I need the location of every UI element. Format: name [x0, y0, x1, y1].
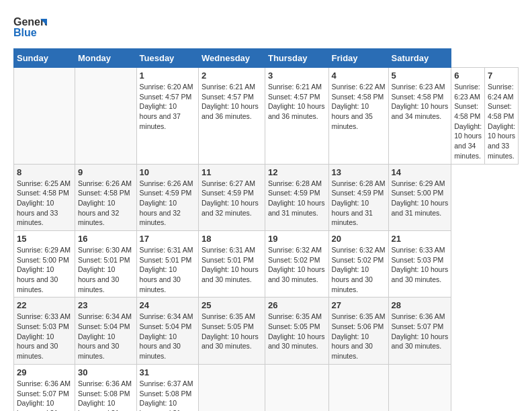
day-number: 18 [202, 234, 262, 244]
calendar-cell: 24 Sunrise: 6:34 AM Sunset: 5:04 PM Dayl… [136, 298, 198, 364]
weekday-header-row: SundayMondayTuesdayWednesdayThursdayFrid… [14, 49, 519, 68]
day-number: 15 [17, 234, 72, 244]
weekday-label: Wednesday [199, 49, 265, 68]
day-info: Sunrise: 6:34 AM Sunset: 5:04 PM Dayligh… [78, 312, 134, 361]
day-number: 25 [202, 300, 262, 310]
day-number: 12 [268, 167, 326, 177]
day-info: Sunrise: 6:35 AM Sunset: 5:05 PM Dayligh… [202, 312, 262, 351]
day-number: 19 [268, 234, 326, 244]
day-number: 24 [140, 300, 195, 310]
day-info: Sunrise: 6:28 AM Sunset: 4:59 PM Dayligh… [268, 179, 326, 218]
calendar-cell: 6 Sunrise: 6:23 AM Sunset: 4:58 PM Dayli… [451, 68, 485, 165]
day-info: Sunrise: 6:35 AM Sunset: 5:06 PM Dayligh… [332, 312, 386, 361]
day-number: 29 [17, 367, 72, 377]
day-info: Sunrise: 6:31 AM Sunset: 5:01 PM Dayligh… [202, 245, 262, 285]
weekday-label: Tuesday [136, 49, 198, 68]
day-number: 30 [78, 367, 134, 377]
calendar-cell: 16 Sunrise: 6:30 AM Sunset: 5:01 PM Dayl… [75, 230, 136, 297]
calendar-cell [328, 364, 388, 411]
day-info: Sunrise: 6:34 AM Sunset: 5:04 PM Dayligh… [140, 312, 195, 361]
day-info: Sunrise: 6:33 AM Sunset: 5:03 PM Dayligh… [17, 312, 72, 361]
calendar-cell: 8 Sunrise: 6:25 AM Sunset: 4:58 PM Dayli… [14, 164, 75, 230]
calendar-cell: 3 Sunrise: 6:21 AM Sunset: 4:57 PM Dayli… [265, 68, 328, 165]
weekday-label: Thursday [265, 49, 328, 68]
day-info: Sunrise: 6:29 AM Sunset: 5:00 PM Dayligh… [17, 245, 72, 294]
day-info: Sunrise: 6:33 AM Sunset: 5:03 PM Dayligh… [392, 245, 449, 285]
day-number: 4 [332, 71, 386, 81]
calendar-cell: 12 Sunrise: 6:28 AM Sunset: 4:59 PM Dayl… [265, 164, 328, 230]
day-number: 13 [332, 167, 386, 177]
day-number: 14 [392, 167, 449, 177]
day-info: Sunrise: 6:21 AM Sunset: 4:57 PM Dayligh… [268, 82, 326, 122]
day-number: 22 [17, 300, 72, 310]
calendar-cell [388, 364, 451, 411]
day-number: 23 [78, 300, 134, 310]
calendar-week-row: 15 Sunrise: 6:29 AM Sunset: 5:00 PM Dayl… [14, 230, 519, 297]
calendar-week-row: 29 Sunrise: 6:36 AM Sunset: 5:07 PM Dayl… [14, 364, 519, 411]
weekday-label: Friday [328, 49, 388, 68]
calendar-cell: 10 Sunrise: 6:26 AM Sunset: 4:59 PM Dayl… [136, 164, 198, 230]
page-header: General Blue [13, 13, 519, 42]
weekday-label: Saturday [388, 49, 451, 68]
day-number: 8 [17, 167, 72, 177]
calendar-cell: 22 Sunrise: 6:33 AM Sunset: 5:03 PM Dayl… [14, 298, 75, 364]
day-info: Sunrise: 6:36 AM Sunset: 5:07 PM Dayligh… [392, 312, 449, 351]
svg-text:Blue: Blue [13, 27, 37, 38]
day-info: Sunrise: 6:26 AM Sunset: 4:58 PM Dayligh… [78, 179, 134, 228]
calendar-cell: 30 Sunrise: 6:36 AM Sunset: 5:08 PM Dayl… [75, 364, 136, 411]
day-info: Sunrise: 6:37 AM Sunset: 5:08 PM Dayligh… [140, 379, 195, 411]
day-number: 10 [140, 167, 195, 177]
calendar-cell: 1 Sunrise: 6:20 AM Sunset: 4:57 PM Dayli… [136, 68, 198, 165]
day-info: Sunrise: 6:23 AM Sunset: 4:58 PM Dayligh… [392, 82, 449, 122]
day-info: Sunrise: 6:32 AM Sunset: 5:02 PM Dayligh… [332, 245, 386, 294]
calendar-cell: 25 Sunrise: 6:35 AM Sunset: 5:05 PM Dayl… [199, 298, 265, 364]
day-number: 31 [140, 367, 195, 377]
day-number: 26 [268, 300, 326, 310]
calendar-cell: 2 Sunrise: 6:21 AM Sunset: 4:57 PM Dayli… [199, 68, 265, 165]
day-info: Sunrise: 6:24 AM Sunset: 4:58 PM Dayligh… [488, 82, 515, 161]
day-number: 28 [392, 300, 449, 310]
day-info: Sunrise: 6:25 AM Sunset: 4:58 PM Dayligh… [17, 179, 72, 228]
day-info: Sunrise: 6:22 AM Sunset: 4:58 PM Dayligh… [332, 82, 386, 131]
calendar-cell: 14 Sunrise: 6:29 AM Sunset: 5:00 PM Dayl… [388, 164, 451, 230]
calendar-cell: 9 Sunrise: 6:26 AM Sunset: 4:58 PM Dayli… [75, 164, 136, 230]
calendar-cell [199, 364, 265, 411]
day-info: Sunrise: 6:26 AM Sunset: 4:59 PM Dayligh… [140, 179, 195, 228]
logo: General Blue [13, 13, 47, 42]
calendar-cell: 18 Sunrise: 6:31 AM Sunset: 5:01 PM Dayl… [199, 230, 265, 297]
day-info: Sunrise: 6:28 AM Sunset: 4:59 PM Dayligh… [332, 179, 386, 228]
day-number: 5 [392, 71, 449, 81]
calendar-week-row: 22 Sunrise: 6:33 AM Sunset: 5:03 PM Dayl… [14, 298, 519, 364]
calendar-cell [75, 68, 136, 165]
calendar-cell: 4 Sunrise: 6:22 AM Sunset: 4:58 PM Dayli… [328, 68, 388, 165]
day-number: 20 [332, 234, 386, 244]
calendar-cell: 11 Sunrise: 6:27 AM Sunset: 4:59 PM Dayl… [199, 164, 265, 230]
calendar-week-row: 8 Sunrise: 6:25 AM Sunset: 4:58 PM Dayli… [14, 164, 519, 230]
day-number: 16 [78, 234, 134, 244]
calendar-table: SundayMondayTuesdayWednesdayThursdayFrid… [13, 48, 519, 411]
day-number: 9 [78, 167, 134, 177]
svg-text:General: General [13, 16, 47, 28]
calendar-cell: 29 Sunrise: 6:36 AM Sunset: 5:07 PM Dayl… [14, 364, 75, 411]
calendar-cell: 21 Sunrise: 6:33 AM Sunset: 5:03 PM Dayl… [388, 230, 451, 297]
day-number: 11 [202, 167, 262, 177]
day-info: Sunrise: 6:30 AM Sunset: 5:01 PM Dayligh… [78, 245, 134, 294]
day-number: 1 [140, 71, 195, 81]
weekday-label: Monday [75, 49, 136, 68]
calendar-cell: 5 Sunrise: 6:23 AM Sunset: 4:58 PM Dayli… [388, 68, 451, 165]
calendar-cell [265, 364, 328, 411]
day-number: 2 [202, 71, 262, 81]
day-info: Sunrise: 6:29 AM Sunset: 5:00 PM Dayligh… [392, 179, 449, 218]
calendar-cell: 19 Sunrise: 6:32 AM Sunset: 5:02 PM Dayl… [265, 230, 328, 297]
calendar-cell [14, 68, 75, 165]
day-info: Sunrise: 6:31 AM Sunset: 5:01 PM Dayligh… [140, 245, 195, 294]
calendar-cell: 13 Sunrise: 6:28 AM Sunset: 4:59 PM Dayl… [328, 164, 388, 230]
calendar-cell: 28 Sunrise: 6:36 AM Sunset: 5:07 PM Dayl… [388, 298, 451, 364]
day-number: 17 [140, 234, 195, 244]
day-info: Sunrise: 6:23 AM Sunset: 4:58 PM Dayligh… [454, 82, 482, 161]
calendar-cell: 31 Sunrise: 6:37 AM Sunset: 5:08 PM Dayl… [136, 364, 198, 411]
day-info: Sunrise: 6:35 AM Sunset: 5:05 PM Dayligh… [268, 312, 326, 351]
day-number: 27 [332, 300, 386, 310]
day-number: 21 [392, 234, 449, 244]
day-info: Sunrise: 6:20 AM Sunset: 4:57 PM Dayligh… [140, 82, 195, 131]
